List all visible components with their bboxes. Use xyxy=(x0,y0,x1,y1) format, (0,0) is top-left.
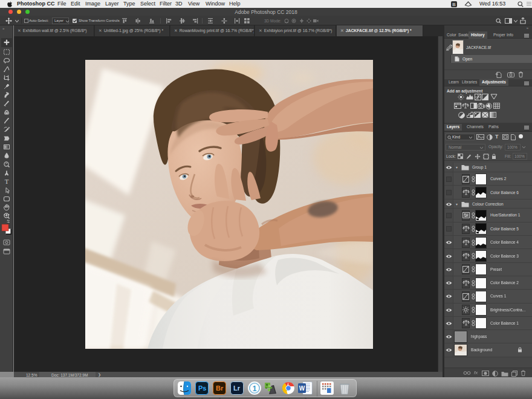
svg-text:»: » xyxy=(2,27,5,30)
svg-text:T: T xyxy=(5,178,9,185)
svg-text:W: W xyxy=(299,385,305,392)
svg-text:1: 1 xyxy=(253,384,257,393)
svg-text:B: B xyxy=(452,2,455,7)
